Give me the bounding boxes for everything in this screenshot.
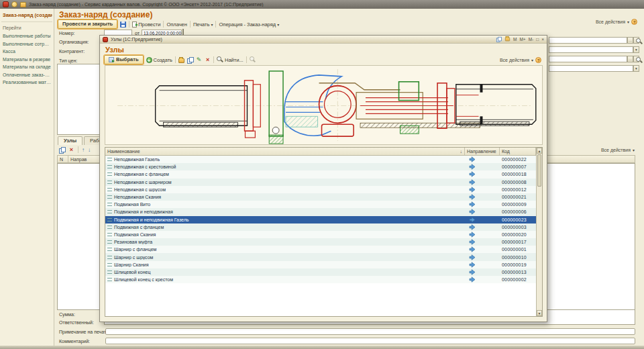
find-button[interactable]: Найти... — [217, 56, 244, 63]
scrollbar-thumb[interactable] — [537, 154, 541, 187]
contractor-dropdown-button[interactable]: ▾ — [633, 46, 639, 53]
copy-icon[interactable] — [59, 147, 65, 153]
sidebar-item-materials-reserve[interactable]: Материалы в резерве — [1, 56, 52, 64]
table-row[interactable]: Подвижная Вито000000009 — [105, 201, 536, 208]
table-row[interactable]: Подвижная и неподвижная000000006 — [105, 208, 536, 215]
direction-arrow-icon — [469, 217, 476, 223]
toolbar-separator — [215, 21, 216, 28]
price-type-label: Тип цен: — [59, 58, 77, 63]
organization-input[interactable] — [549, 37, 627, 44]
header-code[interactable]: Код — [500, 148, 536, 155]
delete-icon[interactable] — [68, 147, 74, 153]
vertical-scrollbar[interactable]: ▲ ▼ — [536, 148, 542, 316]
list-item-icon — [107, 270, 112, 274]
list-item-icon — [107, 233, 112, 236]
print-note-input[interactable] — [105, 328, 635, 335]
modal-toolbar: Выбрать Создать Найти... — [104, 55, 256, 64]
sidebar-item-employee-works[interactable]: Выполненные сотрудника... — [1, 40, 52, 48]
table-row[interactable]: Шарнир Скания000000019 — [105, 261, 536, 268]
unit-direction-cell — [465, 254, 500, 260]
table-row[interactable]: Подвижная с фланцем000000003 — [105, 223, 536, 231]
table-row[interactable]: Шлицевой конец с крестом000000002 — [105, 276, 536, 283]
table-row[interactable]: Неподвижная с крестовиной000000007 — [105, 163, 536, 170]
units-tab-all-actions[interactable]: Все действия — [601, 148, 635, 152]
create-group-folder-icon[interactable] — [178, 58, 184, 63]
price-type-ellipsis-button[interactable]: … — [627, 56, 633, 62]
table-row[interactable]: Шлицевой конец000000013 — [105, 268, 536, 276]
table-row[interactable]: Шарнир с шрусом000000010 — [105, 253, 536, 260]
clear-search-icon[interactable] — [250, 56, 256, 63]
sidebar-item-completed-works[interactable]: Выполненные работы — [1, 32, 52, 40]
comment-input[interactable] — [105, 338, 635, 344]
memory-plus-button[interactable]: М+ — [519, 37, 525, 42]
scrollbar-track[interactable] — [537, 187, 542, 310]
unit-name: Шлицевой конец — [114, 270, 150, 275]
save-icon[interactable] — [120, 21, 126, 28]
form-all-actions[interactable]: Все действия — [596, 19, 637, 25]
copy-icon[interactable] — [187, 57, 193, 63]
table-row[interactable]: Шарнир с фланцем000000001 — [105, 246, 536, 253]
header-direction[interactable]: Направление — [465, 148, 500, 155]
toolbar-separator — [246, 56, 247, 63]
titlebar-extra-icon-2[interactable] — [505, 38, 510, 42]
price-type-open-button[interactable] — [633, 56, 639, 62]
close-button[interactable]: × — [541, 37, 544, 42]
unit-code: 000000020 — [500, 232, 536, 237]
move-up-icon[interactable] — [82, 147, 85, 153]
header-name[interactable]: Наименование — [105, 148, 465, 155]
contractor-input[interactable] — [549, 46, 633, 53]
maximize-button[interactable]: □ — [536, 37, 539, 42]
modal-all-actions[interactable]: Все действия — [500, 57, 541, 63]
memory-button[interactable]: М — [513, 37, 517, 42]
memory-minus-button[interactable]: М- — [529, 37, 534, 42]
delete-icon[interactable] — [205, 57, 211, 63]
print-menu-button[interactable]: Печать — [193, 21, 213, 28]
extra-input[interactable] — [549, 65, 633, 72]
titlebar-extra-icon-1[interactable] — [496, 37, 501, 42]
price-type-input[interactable] — [549, 56, 627, 62]
scroll-up-button[interactable]: ▲ — [537, 148, 542, 154]
table-row[interactable]: Неподвижная с фланцем000000018 — [105, 170, 536, 178]
table-row[interactable]: Подвижная и неподвижная Газель000000023 — [105, 216, 536, 223]
table-row[interactable]: Неподвижная Скания000000021 — [105, 193, 536, 201]
help-icon[interactable] — [535, 57, 541, 63]
select-button[interactable]: Выбрать — [104, 55, 144, 64]
window-button[interactable] — [11, 1, 17, 7]
tab-units[interactable]: Узлы — [58, 136, 83, 145]
sidebar-item-cash[interactable]: Касса — [1, 48, 52, 56]
table-row[interactable]: Неподвижная с шарниром000000008 — [105, 179, 536, 186]
app-icon — [103, 37, 108, 42]
post-button[interactable]: Провести — [132, 21, 160, 28]
sidebar-item-sold-materials[interactable]: Реализованные материалы — [1, 79, 52, 87]
organization-ellipsis-button[interactable]: … — [627, 37, 633, 44]
help-icon[interactable] — [631, 19, 637, 25]
edit-pencil-icon[interactable] — [196, 57, 202, 63]
modal-window-title: Узлы (1С:Предприятие) — [111, 37, 162, 42]
paid-button[interactable]: Оплачен — [166, 21, 187, 28]
unit-name-cell: Неподвижная Скания — [105, 195, 465, 199]
unit-direction-cell — [465, 179, 500, 185]
unit-code: 000000001 — [500, 247, 536, 252]
sidebar-item-paid-orders[interactable]: Оплаченные заказ-наряды — [1, 71, 52, 79]
move-down-icon[interactable] — [88, 147, 91, 153]
table-row[interactable]: Резиновая муфта000000017 — [105, 238, 536, 246]
direction-arrow-icon — [469, 239, 476, 245]
description-textarea[interactable] — [57, 64, 104, 135]
table-row[interactable]: Неподвижная Газель000000022 — [105, 156, 536, 163]
unit-direction-cell — [465, 277, 500, 283]
extra-dropdown-button[interactable]: ▾ — [633, 65, 639, 72]
unit-name-cell: Подвижная и неподвижная — [105, 209, 465, 214]
home-icon[interactable] — [20, 2, 26, 7]
contractor-input-end: ▾ — [549, 46, 639, 53]
create-button[interactable]: Создать — [146, 57, 173, 63]
list-item-icon — [107, 240, 112, 244]
unit-name-cell: Неподвижная с шрусом — [105, 187, 465, 192]
operation-menu-button[interactable]: Операция - Заказ-наряд — [219, 21, 279, 28]
sidebar-item-materials-stock[interactable]: Материалы на складе — [1, 63, 52, 71]
table-row[interactable]: Подвижная Скания000000020 — [105, 231, 536, 238]
scroll-down-button[interactable]: ▼ — [537, 310, 542, 316]
table-row[interactable]: Неподвижная с шрусом000000012 — [105, 186, 536, 193]
direction-arrow-icon — [469, 277, 476, 283]
organization-open-button[interactable] — [633, 37, 639, 44]
post-and-close-button[interactable]: Провести и закрыть — [58, 19, 117, 29]
